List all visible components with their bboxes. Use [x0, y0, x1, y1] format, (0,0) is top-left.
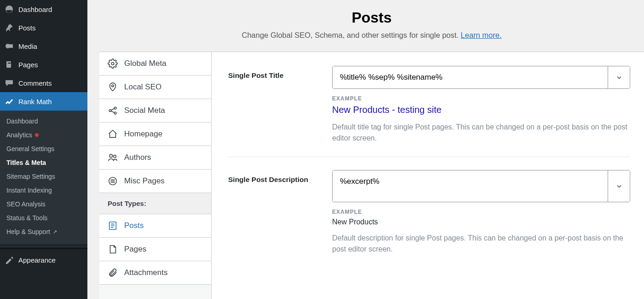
menu-media[interactable]: Media	[0, 37, 87, 55]
menu-appearance[interactable]: Appearance	[0, 251, 87, 269]
example-preview-text: New Products	[332, 218, 630, 226]
secnav-label: Authors	[124, 153, 151, 162]
secnav-social-meta[interactable]: Social Meta	[99, 99, 211, 123]
menu-dashboard[interactable]: Dashboard	[0, 0, 87, 18]
secnav-pages[interactable]: Pages	[99, 238, 211, 261]
submenu-label: Sitemap Settings	[6, 173, 55, 180]
secnav-homepage[interactable]: Homepage	[99, 123, 211, 146]
variables-dropdown-button[interactable]	[608, 66, 630, 88]
location-icon	[108, 82, 118, 92]
field-body: EXAMPLE New Products - testing site Defa…	[332, 66, 630, 144]
settings-columns: Global Meta Local SEO Social Meta Homepa…	[99, 52, 644, 299]
secnav-global-meta[interactable]: Global Meta	[99, 52, 211, 76]
home-icon	[108, 129, 118, 139]
attachment-icon	[108, 268, 118, 278]
secnav-label: Posts	[124, 221, 144, 230]
secnav-attachments[interactable]: Attachments	[99, 261, 211, 285]
menu-label: Pages	[18, 61, 38, 69]
page-title: Posts	[109, 9, 635, 26]
page-icon	[108, 244, 118, 254]
rankmath-submenu: Dashboard Analytics General Settings Tit…	[0, 111, 87, 244]
gear-icon	[108, 59, 118, 69]
submenu-status-tools[interactable]: Status & Tools	[0, 211, 87, 225]
secnav-posts[interactable]: Posts	[99, 214, 211, 238]
rankmath-icon	[5, 97, 14, 106]
variables-dropdown-button[interactable]	[608, 170, 630, 202]
submenu-general-settings[interactable]: General Settings	[0, 142, 87, 156]
wp-admin-sidebar: Dashboard Posts Media Pages Comments Ran…	[0, 0, 87, 299]
pin-icon	[5, 23, 14, 32]
settings-nav: Global Meta Local SEO Social Meta Homepa…	[99, 52, 212, 299]
external-link-icon: ↗	[53, 229, 57, 235]
menu-posts[interactable]: Posts	[0, 18, 87, 37]
settings-panel: Single Post Title EXAMPLE New Products -…	[212, 52, 644, 299]
submenu-instant-indexing[interactable]: Instant Indexing	[0, 183, 87, 197]
help-text: Default description for single Post page…	[332, 233, 630, 255]
field-single-post-title: Single Post Title EXAMPLE New Products -…	[228, 66, 630, 157]
media-icon	[5, 41, 14, 51]
svg-point-7	[114, 107, 116, 109]
secnav-label: Social Meta	[124, 106, 165, 115]
secnav-label: Pages	[124, 245, 146, 254]
svg-rect-1	[10, 44, 13, 48]
secnav-label: Global Meta	[124, 59, 167, 68]
menu-label: Appearance	[18, 256, 56, 264]
secnav-label: Attachments	[124, 268, 168, 277]
svg-point-8	[114, 112, 116, 114]
submenu-label: Status & Tools	[6, 214, 47, 222]
menu-label: Dashboard	[18, 6, 52, 13]
share-icon	[108, 106, 118, 116]
svg-point-4	[111, 62, 114, 65]
page-header: Posts Change Global SEO, Schema, and oth…	[99, 0, 644, 52]
menu-rankmath[interactable]: Rank Math	[0, 92, 87, 111]
users-icon	[108, 152, 118, 163]
svg-point-10	[114, 155, 116, 158]
title-input[interactable]	[333, 66, 608, 88]
secnav-heading-post-types: Post Types:	[99, 193, 211, 214]
svg-point-5	[112, 85, 114, 87]
chevron-down-icon	[615, 182, 623, 190]
svg-point-6	[109, 110, 111, 112]
dashboard-icon	[5, 5, 14, 14]
post-icon	[108, 221, 118, 231]
submenu-label: Instant Indexing	[6, 187, 52, 194]
example-label: EXAMPLE	[332, 209, 630, 215]
svg-rect-3	[8, 63, 12, 64]
chevron-down-icon	[615, 74, 623, 81]
menu-separator	[0, 246, 87, 249]
svg-rect-2	[6, 61, 11, 68]
submenu-help-support[interactable]: Help & Support↗	[0, 225, 87, 239]
title-combo	[332, 66, 630, 89]
menu-label: Media	[18, 42, 37, 50]
secnav-authors[interactable]: Authors	[99, 146, 211, 170]
svg-point-0	[6, 44, 10, 48]
submenu-sitemap[interactable]: Sitemap Settings	[0, 170, 87, 183]
secnav-label: Homepage	[124, 129, 162, 139]
submenu-label: SEO Analysis	[6, 200, 46, 208]
menu-pages[interactable]: Pages	[0, 55, 87, 74]
submenu-label: General Settings	[6, 145, 54, 152]
menu-label: Rank Math	[18, 98, 52, 106]
secnav-label: Misc Pages	[124, 176, 165, 186]
learn-more-link[interactable]: Learn more.	[461, 31, 502, 39]
description-combo	[332, 170, 630, 202]
submenu-dashboard[interactable]: Dashboard	[0, 114, 87, 128]
secnav-local-seo[interactable]: Local SEO	[99, 76, 211, 99]
secnav-misc-pages[interactable]: Misc Pages	[99, 170, 211, 193]
submenu-analytics[interactable]: Analytics	[0, 128, 87, 142]
submenu-titles-meta[interactable]: Titles & Meta	[0, 156, 87, 170]
menu-comments[interactable]: Comments	[0, 74, 87, 92]
description-input[interactable]	[333, 170, 608, 202]
secnav-label: Local SEO	[124, 82, 161, 92]
submenu-label: Titles & Meta	[6, 159, 46, 166]
help-text: Default title tag for single Post pages.…	[332, 122, 630, 144]
alert-dot-icon	[35, 133, 39, 137]
field-label: Single Post Title	[228, 66, 321, 144]
page-subtitle: Change Global SEO, Schema, and other set…	[109, 31, 635, 40]
content-area: Posts Change Global SEO, Schema, and oth…	[99, 0, 644, 299]
pages-icon	[5, 60, 14, 69]
field-label: Single Post Description	[228, 170, 321, 255]
submenu-seo-analysis[interactable]: SEO Analysis	[0, 197, 87, 211]
field-single-post-description: Single Post Description EXAMPLE New Prod…	[228, 170, 630, 255]
menu-label: Comments	[18, 79, 52, 87]
